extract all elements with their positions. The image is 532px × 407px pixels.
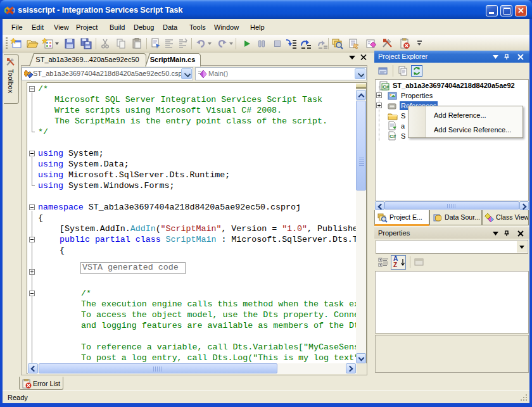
svg-text:C#: C#	[390, 134, 396, 139]
svg-text:C#: C#	[383, 84, 390, 90]
